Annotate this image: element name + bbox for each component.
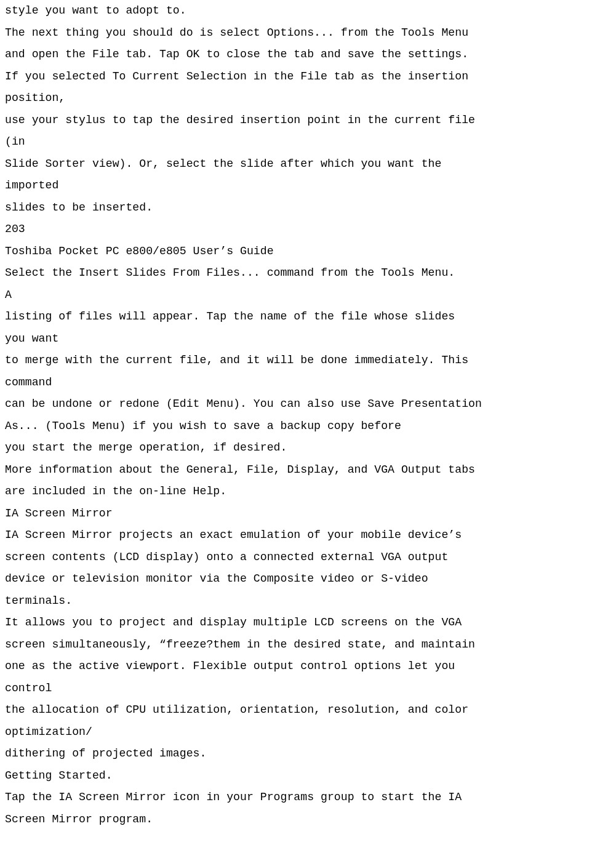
text-line: 203 [5, 219, 611, 241]
text-line: IA Screen Mirror [5, 503, 611, 525]
text-line: Select the Insert Slides From Files... c… [5, 262, 611, 284]
text-line: the allocation of CPU utilization, orien… [5, 699, 611, 721]
document-body: style you want to adopt to.The next thin… [5, 0, 611, 830]
text-line: use your stylus to tap the desired inser… [5, 110, 611, 132]
text-line: style you want to adopt to. [5, 0, 611, 22]
text-line: dithering of projected images. [5, 743, 611, 765]
text-line: As... (Tools Menu) if you wish to save a… [5, 415, 611, 438]
text-line: Getting Started. [5, 765, 611, 787]
text-line: to merge with the current file, and it w… [5, 350, 611, 372]
text-line: IA Screen Mirror projects an exact emula… [5, 524, 611, 547]
text-line: optimization/ [5, 721, 611, 744]
text-line: can be undone or redone (Edit Menu). You… [5, 393, 611, 415]
text-line: Slide Sorter view). Or, select the slide… [5, 153, 611, 175]
text-line: screen contents (LCD display) onto a con… [5, 547, 611, 569]
text-line: It allows you to project and display mul… [5, 612, 611, 634]
text-line: imported [5, 175, 611, 197]
text-line: control [5, 678, 611, 700]
text-line: More information about the General, File… [5, 459, 611, 481]
text-line: you start the merge operation, if desire… [5, 437, 611, 459]
text-line: are included in the on-line Help. [5, 481, 611, 503]
text-line: Tap the IA Screen Mirror icon in your Pr… [5, 787, 611, 809]
text-line: If you selected To Current Selection in … [5, 66, 611, 88]
text-line: and open the File tab. Tap OK to close t… [5, 44, 611, 66]
text-line: Screen Mirror program. [5, 809, 611, 831]
text-line: position, [5, 87, 611, 110]
text-line: screen simultaneously, “freeze?them in t… [5, 634, 611, 656]
text-line: one as the active viewport. Flexible out… [5, 656, 611, 678]
text-line: (in [5, 131, 611, 153]
text-line: The next thing you should do is select O… [5, 22, 611, 44]
text-line: terminals. [5, 590, 611, 612]
text-line: command [5, 372, 611, 394]
text-line: slides to be inserted. [5, 197, 611, 219]
text-line: A [5, 284, 611, 307]
text-line: Toshiba Pocket PC e800/e805 User’s Guide [5, 241, 611, 263]
text-line: device or television monitor via the Com… [5, 568, 611, 590]
text-line: listing of files will appear. Tap the na… [5, 306, 611, 328]
text-line: you want [5, 328, 611, 350]
